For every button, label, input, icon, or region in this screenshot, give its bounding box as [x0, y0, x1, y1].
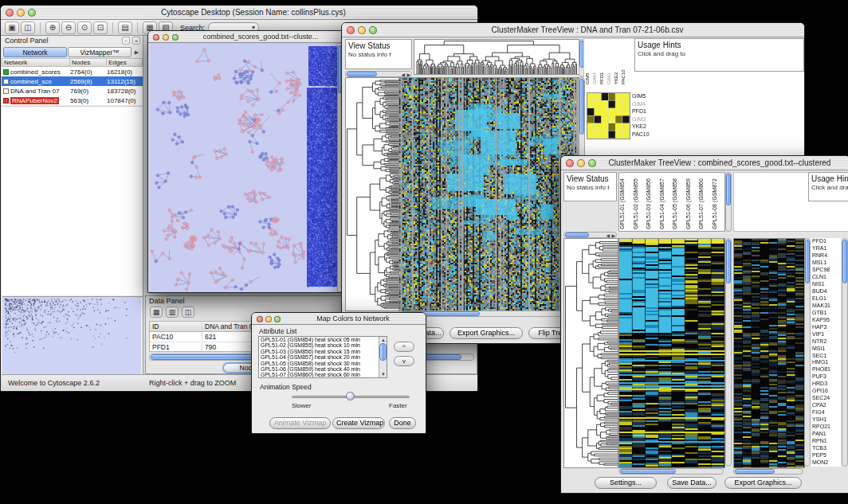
treeview-combined-titlebar[interactable]: ClusterMaker TreeView : combined_scores_… [561, 156, 848, 170]
float-panel-icon[interactable]: ▫ [122, 37, 130, 45]
scroll-down-icon[interactable]: ▼ [381, 371, 386, 377]
close-button[interactable] [257, 316, 263, 322]
attribute-list[interactable]: GPL51-01 (GSM854) heat shock 05 minGPL51… [258, 336, 387, 378]
create-attribute-icon[interactable]: ▥ [166, 307, 179, 318]
secondary-hscrollbar[interactable] [733, 468, 803, 475]
secondary-heatmap-canvas[interactable] [733, 238, 805, 468]
scroll-right-icon[interactable]: ▶ [406, 72, 410, 77]
minimize-button[interactable] [17, 9, 25, 17]
close-panel-icon[interactable]: × [132, 37, 140, 45]
zoom-in-icon[interactable]: ⊕ [45, 21, 60, 34]
heatmap-canvas[interactable] [618, 238, 725, 468]
button-done[interactable]: Done [389, 417, 416, 429]
scrollbar-thumb[interactable] [379, 343, 387, 361]
button-export-graphics[interactable]: Export Graphics... [450, 327, 523, 339]
main-titlebar[interactable]: Cytoscape Desktop (Session Name: collins… [1, 6, 477, 20]
column-header-nodes[interactable]: Nodes [70, 58, 107, 67]
heatmap-canvas[interactable] [398, 77, 579, 311]
network-list-row[interactable]: RNAPuberNov2563(0)107847(0) [2, 96, 143, 105]
tree-hscrollbar[interactable]: ◀ ▶ [563, 232, 617, 238]
network-list-row[interactable]: combined_scores2764(0)16218(0) [2, 67, 143, 76]
minimize-button[interactable] [265, 316, 272, 322]
network-canvas[interactable] [149, 43, 339, 292]
tab-overflow-icon[interactable]: ▶ [132, 49, 141, 56]
scrollbar-thumb[interactable] [726, 240, 731, 283]
scrollbar-thumb[interactable] [735, 469, 775, 474]
zoom-out-icon[interactable]: ⊖ [61, 21, 76, 34]
scrollbar-thumb[interactable] [805, 240, 810, 283]
attribute-list-item[interactable]: GPL51-04 (GSM857) heat shock 20 min [259, 354, 387, 360]
select-attributes-icon[interactable]: ▦ [150, 307, 163, 318]
button-create-vizmap[interactable]: Create Vizmap [332, 417, 385, 429]
minimize-button[interactable] [163, 34, 169, 41]
column-dendrogram-canvas[interactable] [414, 39, 579, 75]
row-dendrogram-canvas[interactable] [563, 238, 618, 468]
open-session-icon[interactable]: ▣ [5, 21, 19, 34]
zoom-button[interactable] [172, 34, 179, 41]
heatmap-hscrollbar[interactable] [618, 468, 724, 475]
id-cell: PFD1 [150, 343, 202, 351]
list-vscrollbar[interactable]: ▲ ▼ [379, 337, 387, 377]
scroll-left-icon[interactable]: ◀ [401, 72, 405, 77]
heatmap-vscrollbar[interactable] [725, 238, 732, 467]
tree-hscrollbar[interactable]: ◀ ▶ [345, 71, 412, 77]
attribute-list-item[interactable]: GPL51-01 (GSM854) heat shock 05 min [259, 337, 387, 342]
button-export-graphics[interactable]: Export Graphics... [724, 477, 802, 489]
close-button[interactable] [6, 9, 14, 17]
zoom-button[interactable] [588, 159, 596, 167]
attribute-list-item[interactable]: GPL51-03 (GSM856) heat shock 15 min [259, 349, 387, 354]
id-column-header[interactable]: ID [150, 322, 202, 330]
treeview-dna-titlebar[interactable]: ClusterMaker TreeView : DNA and Tran 07-… [342, 23, 804, 37]
attribute-list-item[interactable]: GPL51-05 (GSM858) heat shock 30 min [259, 361, 387, 366]
gene-label: GTB1 [811, 310, 841, 317]
scrollbar-thumb[interactable] [726, 174, 731, 205]
save-session-icon[interactable]: ◫ [21, 21, 35, 34]
zoom-region-icon[interactable]: ⊡ [93, 21, 108, 34]
close-button[interactable] [153, 34, 159, 41]
tab-network[interactable]: Network [3, 47, 67, 57]
attribute-list-item[interactable]: GPL51-07 (GSM860) heat shock 60 min [259, 372, 387, 377]
network-overview[interactable] [2, 296, 143, 374]
button-settings[interactable]: Settings... [595, 477, 657, 489]
move-down-button[interactable]: v [394, 356, 414, 366]
attribute-store-icon[interactable]: ◫ [182, 307, 194, 318]
tab-vizmapper[interactable]: VizMapper™ [68, 47, 132, 57]
scrollbar-thumb[interactable] [347, 72, 377, 76]
attribute-list-item[interactable]: GPL51-02 (GSM855) heat shock 10 min [259, 342, 387, 348]
zoom-button[interactable] [28, 9, 36, 17]
zoom-button[interactable] [369, 26, 377, 34]
minimize-button[interactable] [577, 159, 585, 167]
network-list-row[interactable]: combined_sco2569(8)13112(15) [2, 76, 143, 86]
network-list-row[interactable]: DNA and Tran 07769(0)183728(0) [2, 86, 143, 96]
label-vscrollbar[interactable] [725, 172, 732, 232]
window-controls [347, 26, 377, 34]
row-dendrogram-canvas[interactable] [345, 77, 399, 311]
column-header-edges[interactable]: Edges [107, 58, 143, 67]
speed-slider-thumb[interactable] [346, 392, 355, 400]
gene-list-vscrollbar[interactable] [842, 238, 848, 467]
network-overview-canvas[interactable] [2, 297, 141, 374]
usage-hints-panel: Usage Hints Click and drag [808, 172, 848, 201]
secondary-vscrollbar[interactable] [804, 238, 811, 467]
minimize-button[interactable] [358, 26, 366, 34]
scrollbar-thumb[interactable] [842, 240, 847, 283]
zoom-button[interactable] [274, 316, 281, 322]
scrollbar-thumb[interactable] [579, 79, 584, 135]
scrollbar-thumb[interactable] [620, 469, 676, 474]
zoom-fit-icon[interactable]: ⊙ [77, 21, 92, 34]
scroll-left-icon[interactable]: ◀ [606, 232, 610, 238]
network-view-titlebar[interactable]: combined_scores_good.txt--cluste... [148, 31, 344, 43]
scrollbar-thumb[interactable] [565, 232, 589, 237]
close-button[interactable] [566, 159, 574, 167]
button-animate-vizmap[interactable]: Animate Vizmap [269, 417, 331, 429]
move-up-button[interactable]: ^ [394, 342, 414, 352]
correlation-matrix-canvas[interactable] [587, 92, 630, 139]
snapshot-icon[interactable]: ▤ [118, 21, 132, 34]
dialog-titlebar[interactable]: Map Colors to Network [252, 313, 426, 325]
scroll-right-icon[interactable]: ▶ [611, 232, 615, 238]
close-button[interactable] [347, 26, 355, 34]
column-header-network[interactable]: Network [2, 58, 70, 67]
attribute-list-item[interactable]: GPL51-06 (GSM859) heat shock 40 min [259, 366, 387, 372]
scroll-up-icon[interactable]: ▲ [381, 337, 386, 343]
button-save-data[interactable]: Save Data... [667, 477, 716, 489]
